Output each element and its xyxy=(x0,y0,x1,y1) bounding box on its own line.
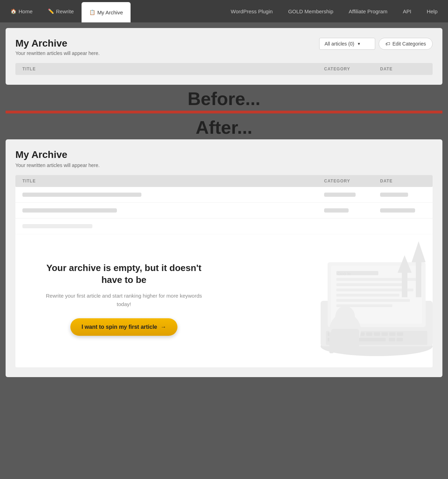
nav-tab-wp-label: WordPress Plugin xyxy=(231,8,273,14)
nav-tab-rewrite-label: Rewrite xyxy=(56,8,74,14)
skeleton-bar xyxy=(22,208,117,213)
svg-rect-20 xyxy=(382,332,388,336)
col-date-header-after: DATE xyxy=(380,179,426,183)
svg-rect-18 xyxy=(366,332,372,336)
svg-point-33 xyxy=(335,306,355,327)
edit-categories-label: Edit Categories xyxy=(392,41,426,47)
skeleton-bar xyxy=(324,193,356,197)
card-header-before: My Archive Your rewritten articles will … xyxy=(15,38,433,56)
nav-tab-rewrite[interactable]: ✏️ Rewrite xyxy=(40,0,82,22)
skeleton-bar xyxy=(380,193,408,197)
nav-right-links: WordPress Plugin GOLD Membership Affilia… xyxy=(223,0,445,22)
archive-title-after: My Archive xyxy=(15,149,433,160)
home-icon: 🏠 xyxy=(10,8,16,14)
nav-tab-archive-label: My Archive xyxy=(97,9,123,15)
svg-rect-21 xyxy=(389,332,396,336)
skeleton-row-1 xyxy=(15,187,433,203)
after-label: After... xyxy=(6,113,442,139)
nav-tab-gold-label: GOLD Membership xyxy=(288,8,333,14)
nav-tab-wp-plugin[interactable]: WordPress Plugin xyxy=(223,8,280,14)
navigation: 🏠 Home ✏️ Rewrite 📋 My Archive WordPress… xyxy=(0,0,448,22)
skeleton-bar xyxy=(380,208,415,213)
red-divider xyxy=(6,111,442,113)
dropdown-arrow-icon: ▼ xyxy=(357,42,361,46)
col-title-header-after: TITLE xyxy=(22,179,324,183)
svg-rect-19 xyxy=(374,332,380,336)
before-card: My Archive Your rewritten articles will … xyxy=(6,28,442,85)
card-title-group: My Archive Your rewritten articles will … xyxy=(15,38,100,56)
header-controls: All articles (0) ▼ 🏷 Edit Categories xyxy=(319,38,433,50)
skeleton-bar xyxy=(22,224,92,228)
edit-categories-button[interactable]: 🏷 Edit Categories xyxy=(379,38,433,50)
svg-rect-30 xyxy=(331,329,359,350)
svg-rect-8 xyxy=(336,294,399,297)
empty-state-content: Your archive is empty, but it doesn't ha… xyxy=(22,262,204,336)
archive-icon: 📋 xyxy=(89,9,95,15)
svg-text:Goo le: Goo le xyxy=(337,271,351,276)
nav-tab-help-label: Help xyxy=(427,8,438,14)
svg-rect-31 xyxy=(329,332,334,353)
empty-state-subtitle: Rewrite your first article and start ran… xyxy=(43,292,204,308)
cta-label: I want to spin my first article xyxy=(82,324,157,330)
spin-article-button[interactable]: I want to spin my first article → xyxy=(70,318,177,336)
svg-rect-32 xyxy=(350,332,355,353)
nav-tab-help[interactable]: Help xyxy=(419,8,445,14)
table-body: Your archive is empty, but it doesn't ha… xyxy=(15,187,433,367)
nav-tab-home-label: Home xyxy=(19,8,33,14)
nav-tab-api-label: API xyxy=(403,8,411,14)
col-title-header: TITLE xyxy=(22,67,324,71)
svg-rect-28 xyxy=(397,338,403,341)
skeleton-bar xyxy=(324,208,349,213)
svg-rect-27 xyxy=(389,338,395,341)
nav-tab-affiliate-label: Affiliate Program xyxy=(349,8,387,14)
table-header-after: TITLE CATEGORY DATE xyxy=(15,175,433,187)
col-category-header: CATEGORY xyxy=(324,67,380,71)
archive-title-before: My Archive xyxy=(15,38,100,49)
skeleton-bar xyxy=(22,193,141,197)
page-wrapper: My Archive Your rewritten articles will … xyxy=(0,22,448,383)
nav-tab-gold[interactable]: GOLD Membership xyxy=(280,8,341,14)
rewrite-icon: ✏️ xyxy=(48,8,54,14)
table-header-before: TITLE CATEGORY DATE xyxy=(15,63,433,75)
dropdown-label: All articles (0) xyxy=(324,41,354,47)
after-card: My Archive Your rewritten articles will … xyxy=(6,139,442,377)
nav-tab-home[interactable]: 🏠 Home xyxy=(3,0,40,22)
skeleton-row-2 xyxy=(15,203,433,218)
cta-arrow-icon: → xyxy=(161,324,166,330)
articles-dropdown[interactable]: All articles (0) ▼ xyxy=(319,38,375,50)
col-category-header-after: CATEGORY xyxy=(324,179,380,183)
svg-rect-9 xyxy=(336,299,410,302)
empty-state: Your archive is empty, but it doesn't ha… xyxy=(15,234,433,367)
before-label: Before... xyxy=(6,85,442,111)
tag-icon: 🏷 xyxy=(385,41,390,47)
archive-subtitle-before: Your rewritten articles will appear here… xyxy=(15,50,100,56)
archive-subtitle-after: Your rewritten articles will appear here… xyxy=(15,162,433,168)
svg-rect-22 xyxy=(397,332,403,336)
nav-tab-archive[interactable]: 📋 My Archive xyxy=(82,2,131,22)
nav-tab-affiliate[interactable]: Affiliate Program xyxy=(341,8,395,14)
col-date-header: DATE xyxy=(380,67,426,71)
laptop-illustration: Goo le xyxy=(286,227,433,367)
svg-rect-6 xyxy=(336,283,406,286)
empty-state-title: Your archive is empty, but it doesn't ha… xyxy=(43,262,204,286)
nav-tab-api[interactable]: API xyxy=(395,8,419,14)
